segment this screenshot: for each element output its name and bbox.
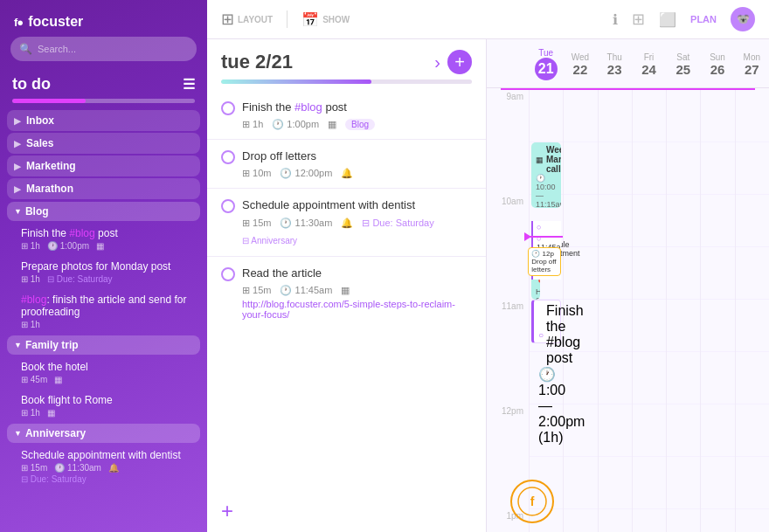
event-time: 🕐 10:00—11:15am (1:15h) — [536, 174, 557, 208]
event-marketing-call[interactable]: ▦ Weekly Marketing call 🕐 10:00—11:15am … — [531, 142, 561, 208]
sidebar-item-marketing[interactable]: ▶ Marketing — [7, 155, 200, 176]
svg-text:f: f — [530, 494, 535, 508]
day-number: 23 — [599, 62, 630, 77]
cal-day-mon: Mon 27 — [735, 49, 769, 80]
user-avatar[interactable]: 🐨 — [731, 7, 755, 31]
todo-item-drop-letters[interactable]: Drop off letters ⊞ 10m 🕐 12:00pm 🔔 — [207, 140, 486, 189]
sidebar-task-prepare-photos[interactable]: Prepare photos for Monday post ⊞ 1h ⊟ Du… — [14, 257, 200, 287]
logo-text: focuster — [28, 14, 83, 30]
sidebar: f● focuster 🔍 Search... to do ☰ ▶ Inbox … — [0, 0, 207, 532]
todo-item-read-article[interactable]: Read the article ⊞ 15m 🕐 11:45am ▦ http:… — [207, 257, 486, 328]
tag-blog: #blog — [294, 100, 322, 114]
day-number: 26 — [702, 62, 732, 77]
cal-column-fri — [632, 90, 666, 532]
task-checkbox[interactable] — [221, 101, 235, 115]
cal-column-tue: ▦ Weekly Marketing call 🕐 10:00—11:15am … — [529, 90, 563, 532]
cal-day-wed: Wed 22 — [563, 49, 597, 80]
task-link[interactable]: http://blog.focuster.com/5-simple-steps-… — [242, 299, 472, 320]
todo-label: to do — [12, 75, 51, 93]
main-panel: ⊞ LAYOUT 📅 SHOW ℹ ⊞ ⬜ PLAN 🐨 tue 2/21 › … — [207, 0, 769, 532]
sidebar-item-anniversary[interactable]: ▼ Anniversary — [7, 424, 200, 443]
sidebar-item-blog[interactable]: ▼ Blog — [7, 202, 200, 221]
info-icon[interactable]: ℹ — [613, 11, 618, 28]
calendar-icon: 📅 — [301, 11, 319, 28]
logo-icon: f● — [14, 16, 23, 29]
day-name: Sat — [668, 52, 698, 62]
task-duration: ⊞ 15m — [242, 218, 271, 229]
task-reminder-icon: 🔔 — [108, 463, 119, 473]
todo-item-dentist[interactable]: Schedule appointment with dentist ⊞ 15m … — [207, 189, 486, 256]
sidebar-section-label: Blog — [25, 205, 49, 218]
sidebar-task-proofreading[interactable]: #blog: finish the article and send for p… — [14, 290, 200, 333]
layout-control[interactable]: ⊞ LAYOUT — [221, 10, 273, 29]
sidebar-task-meta: ⊞ 1h 🕐 1:00pm ▦ — [21, 241, 193, 251]
sidebar-task-dentist[interactable]: Schedule appointment with dentist ⊞ 15m … — [14, 446, 200, 487]
sidebar-section-label: Sales — [26, 137, 53, 149]
task-meta: ⊞ 15m 🕐 11:45am ▦ — [242, 285, 472, 296]
focuster-logo-icon: f — [516, 486, 548, 517]
time-blank3 — [487, 352, 529, 404]
task-due: ⊟ Due: Saturday — [21, 474, 87, 484]
sidebar-item-family-trip[interactable]: ▼ Family trip — [7, 335, 200, 355]
task-duration: ⊞ 1h — [21, 320, 40, 329]
sidebar-task-finish-blog[interactable]: Finish the #blog post ⊞ 1h 🕐 1:00pm ▦ — [14, 224, 200, 254]
task-duration: ⊞ 15m — [242, 285, 271, 296]
sidebar-task-title: Prepare photos for Monday post — [21, 260, 193, 273]
sidebar-task-due: ⊟ Due: Saturday — [21, 474, 193, 484]
task-checkbox[interactable] — [221, 150, 235, 164]
task-time: 🕐 1:00pm — [272, 119, 319, 130]
layout-label: LAYOUT — [238, 15, 273, 24]
add-task-bottom: + — [207, 490, 486, 532]
topbar-divider — [287, 10, 288, 28]
task-title: Finish the #blog post — [242, 100, 347, 115]
clock-icon: 🕐 — [531, 250, 540, 258]
grid-icon[interactable]: ⊞ — [632, 10, 645, 29]
time-12pm: 12pm — [487, 404, 529, 457]
add-task-button[interactable]: + — [447, 50, 472, 74]
chevron-right-icon: ▶ — [14, 139, 21, 149]
task-title: Read the article — [242, 266, 322, 281]
sidebar-section-label: Marathon — [26, 183, 73, 195]
sidebar-task-book-hotel[interactable]: Book the hotel ⊞ 45m ▦ — [14, 357, 200, 388]
search-bar[interactable]: 🔍 Search... — [10, 37, 197, 61]
day-name: Thu — [599, 52, 630, 62]
time-10am: 10am — [487, 195, 529, 247]
cal-day-fri: Fri 24 — [632, 49, 666, 80]
add-task-bottom-button[interactable]: + — [221, 499, 233, 523]
event-time: 🕐 1:00—2:00pm (1h) — [538, 366, 556, 446]
task-duration: ⊞ 45m — [21, 375, 47, 384]
todo-item-finish-blog[interactable]: Finish the #blog post ⊞ 1h 🕐 1:00pm ▦ Bl… — [207, 91, 486, 140]
cal-day-sun: Sun 26 — [700, 49, 734, 80]
todo-progress-fill — [221, 79, 371, 84]
task-meta: ⊞ 15m 🕐 11:30am 🔔 ⊟ Due: Saturday — [242, 218, 472, 229]
task-note-icon: ▦ — [341, 285, 350, 296]
date-header: tue 2/21 › + — [207, 39, 486, 79]
chevron-down-icon: ▼ — [14, 429, 22, 438]
time-9am: 9am — [487, 90, 529, 142]
day-name: Tue — [530, 48, 561, 58]
day-number: 27 — [737, 62, 767, 77]
sidebar-progress-fill — [12, 99, 86, 103]
logo: f● focuster — [0, 0, 207, 37]
sidebar-item-inbox[interactable]: ▶ Inbox — [7, 110, 200, 131]
task-checkbox[interactable] — [221, 267, 235, 281]
day-number: 21 — [535, 58, 558, 80]
event-time-prefix: 12p — [543, 250, 554, 258]
sidebar-section-label: Inbox — [26, 114, 54, 127]
chevron-right-icon: ▶ — [14, 162, 21, 171]
task-note-icon: ▦ — [54, 375, 62, 384]
event-drop-letters-mini[interactable]: 🕐 12p Drop off letters — [528, 247, 561, 276]
task-due: ⊟ Due: Saturday — [47, 274, 113, 284]
show-control[interactable]: 📅 SHOW — [301, 11, 350, 28]
sidebar-item-marathon[interactable]: ▶ Marathon — [7, 178, 200, 199]
task-time: 🕐 1:00pm — [47, 241, 89, 251]
hour-9 — [530, 90, 563, 142]
todo-menu-icon[interactable]: ☰ — [183, 76, 195, 93]
sidebar-item-sales[interactable]: ▶ Sales — [7, 133, 200, 154]
window-icon[interactable]: ⬜ — [659, 11, 676, 28]
sidebar-task-book-flight[interactable]: Book flight to Rome ⊞ 1h ▦ — [14, 390, 200, 421]
cal-column-thu — [598, 90, 632, 532]
task-checkbox[interactable] — [221, 199, 235, 213]
nav-forward-icon[interactable]: › — [434, 52, 440, 73]
event-finish-blog[interactable]: ○ Finish the #blog post 🕐 1:00—2:00pm (1… — [531, 300, 561, 343]
